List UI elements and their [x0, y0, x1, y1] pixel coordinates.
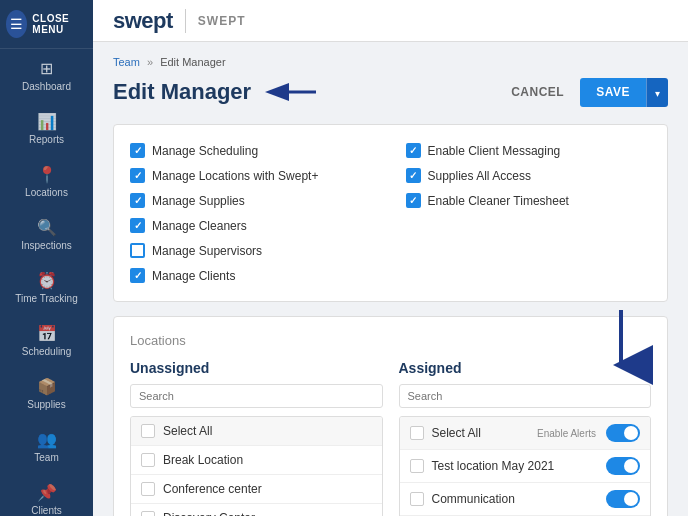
sidebar-header[interactable]: ☰ CLOSE MENU: [0, 0, 93, 49]
unassigned-list: Select All Break Location Conference cen…: [130, 416, 383, 516]
loc-checkbox-discovery[interactable]: [141, 511, 155, 516]
chevron-down-icon: ▾: [655, 88, 660, 99]
enable-alerts-label: Enable Alerts: [537, 428, 596, 439]
breadcrumb-current: Edit Manager: [160, 56, 225, 68]
cancel-button[interactable]: CANCEL: [501, 79, 574, 105]
loc-checkbox-break[interactable]: [141, 453, 155, 467]
loc-checkbox-test-location[interactable]: [410, 459, 424, 473]
dashboard-icon: ⊞: [40, 59, 53, 78]
sidebar-item-time-tracking[interactable]: ⏰ Time Tracking: [0, 261, 93, 314]
arrow-annotation: [261, 74, 321, 110]
toggle-knob: [624, 492, 638, 506]
page-header: Edit Manager CANCEL SAVE ▾: [113, 74, 668, 110]
perm-manage-supplies: ✓ Manage Supplies: [130, 191, 376, 210]
save-dropdown-button[interactable]: ▾: [646, 78, 668, 107]
sidebar: ☰ CLOSE MENU ⊞ Dashboard 📊 Reports 📍 Loc…: [0, 0, 93, 516]
app-name: SWEPT: [198, 14, 246, 28]
breadcrumb-parent[interactable]: Team: [113, 56, 140, 68]
assigned-select-all-label: Select All: [432, 426, 481, 440]
perm-checkbox-manage-supervisors[interactable]: [130, 243, 145, 258]
scheduling-icon: 📅: [37, 324, 57, 343]
sidebar-item-inspections[interactable]: 🔍 Inspections: [0, 208, 93, 261]
perm-checkbox-manage-scheduling[interactable]: ✓: [130, 143, 145, 158]
sidebar-item-scheduling[interactable]: 📅 Scheduling: [0, 314, 93, 367]
save-button[interactable]: SAVE: [580, 78, 646, 107]
perm-supplies-all-access: ✓ Supplies All Access: [406, 166, 652, 185]
topbar-divider: [185, 9, 186, 33]
perm-manage-supervisors: Manage Supervisors: [130, 241, 376, 260]
locations-grid: Unassigned Select All Break Location: [130, 360, 651, 516]
enable-alerts-toggle[interactable]: [606, 424, 640, 442]
perm-manage-scheduling: ✓ Manage Scheduling: [130, 141, 376, 160]
sidebar-item-clients[interactable]: 📌 Clients: [0, 473, 93, 516]
supplies-icon: 📦: [37, 377, 57, 396]
perm-manage-locations: ✓ Manage Locations with Swept+: [130, 166, 376, 185]
header-actions: CANCEL SAVE ▾: [501, 78, 668, 107]
locations-section-title: Locations: [130, 333, 651, 348]
perm-checkbox-manage-supplies[interactable]: ✓: [130, 193, 145, 208]
topbar: swept SWEPT: [93, 0, 688, 42]
list-item: Communication: [400, 483, 651, 516]
perm-manage-cleaners: ✓ Manage Cleaners: [130, 216, 376, 235]
team-icon: 👥: [37, 430, 57, 449]
perm-enable-client-messaging: ✓ Enable Client Messaging: [406, 141, 652, 160]
perm-checkbox-manage-locations[interactable]: ✓: [130, 168, 145, 183]
locations-icon: 📍: [37, 165, 57, 184]
inspections-icon: 🔍: [37, 218, 57, 237]
breadcrumb-separator: »: [147, 56, 153, 68]
list-item: Conference center: [131, 475, 382, 504]
close-menu-label: CLOSE MENU: [32, 13, 87, 35]
loc-checkbox-communication[interactable]: [410, 492, 424, 506]
unassigned-select-all-label: Select All: [163, 424, 372, 438]
perm-enable-cleaner-timesheet: ✓ Enable Cleaner Timesheet: [406, 191, 652, 210]
permissions-grid: ✓ Manage Scheduling ✓ Enable Client Mess…: [130, 141, 651, 285]
unassigned-select-all-row: Select All: [131, 417, 382, 446]
big-arrow-annotation: [596, 310, 646, 370]
perm-checkbox-supplies-all-access[interactable]: ✓: [406, 168, 421, 183]
list-item: Break Location: [131, 446, 382, 475]
sidebar-item-supplies[interactable]: 📦 Supplies: [0, 367, 93, 420]
assigned-select-all-row: Select All Enable Alerts: [400, 417, 651, 450]
permissions-card: ✓ Manage Scheduling ✓ Enable Client Mess…: [113, 124, 668, 302]
unassigned-title: Unassigned: [130, 360, 383, 376]
unassigned-column: Unassigned Select All Break Location: [130, 360, 383, 516]
test-location-toggle[interactable]: [606, 457, 640, 475]
list-item: Test location May 2021: [400, 450, 651, 483]
app-logo: swept: [113, 8, 173, 34]
assigned-search[interactable]: [399, 384, 652, 408]
time-tracking-icon: ⏰: [37, 271, 57, 290]
perm-checkbox-enable-cleaner-timesheet[interactable]: ✓: [406, 193, 421, 208]
save-button-group: SAVE ▾: [580, 78, 668, 107]
assigned-list: Select All Enable Alerts Test l: [399, 416, 652, 516]
perm-checkbox-enable-client-messaging[interactable]: ✓: [406, 143, 421, 158]
perm-checkbox-manage-cleaners[interactable]: ✓: [130, 218, 145, 233]
perm-checkbox-manage-clients[interactable]: ✓: [130, 268, 145, 283]
toggle-knob: [624, 459, 638, 473]
content-area: Team » Edit Manager Edit Manager C: [93, 42, 688, 516]
loc-checkbox-conference[interactable]: [141, 482, 155, 496]
reports-icon: 📊: [37, 112, 57, 131]
unassigned-search[interactable]: [130, 384, 383, 408]
menu-icon: ☰: [6, 10, 27, 38]
list-item: Discovery Center: [131, 504, 382, 516]
toggle-knob: [624, 426, 638, 440]
sidebar-item-dashboard[interactable]: ⊞ Dashboard: [0, 49, 93, 102]
clients-icon: 📌: [37, 483, 57, 502]
main-content: swept SWEPT Team » Edit Manager Edit Man…: [93, 0, 688, 516]
sidebar-item-locations[interactable]: 📍 Locations: [0, 155, 93, 208]
breadcrumb: Team » Edit Manager: [113, 56, 668, 68]
sidebar-item-team[interactable]: 👥 Team: [0, 420, 93, 473]
page-title: Edit Manager: [113, 79, 251, 105]
locations-section: Locations Unassigned Select All Break Lo…: [113, 316, 668, 516]
sidebar-item-reports[interactable]: 📊 Reports: [0, 102, 93, 155]
page-title-row: Edit Manager: [113, 74, 321, 110]
unassigned-select-all-checkbox[interactable]: [141, 424, 155, 438]
perm-manage-clients: ✓ Manage Clients: [130, 266, 376, 285]
assigned-column: Assigned: [399, 360, 652, 516]
communication-toggle[interactable]: [606, 490, 640, 508]
assigned-select-all-checkbox[interactable]: [410, 426, 424, 440]
